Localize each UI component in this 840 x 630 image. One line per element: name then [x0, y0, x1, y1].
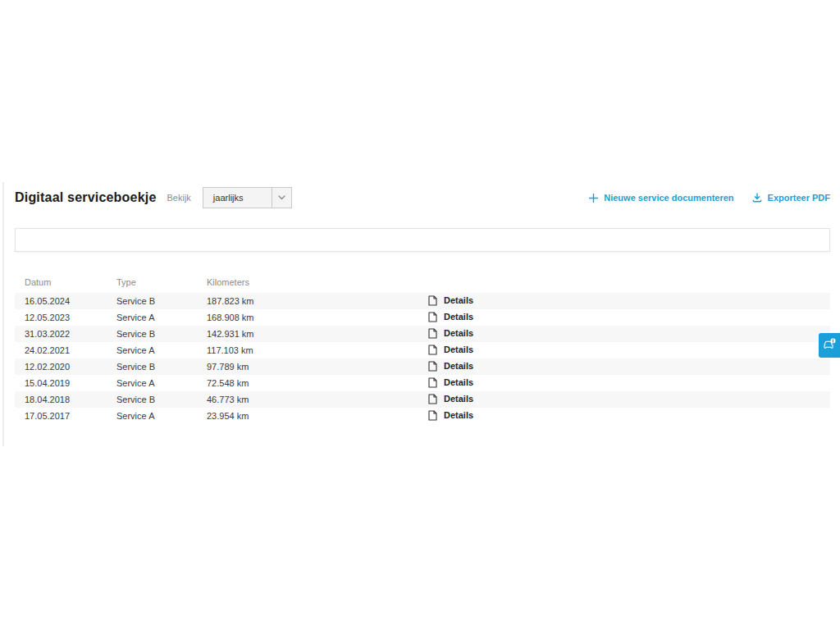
cell-details: Details [428, 377, 830, 390]
column-header-datum: Datum [25, 277, 116, 287]
table-row: 31.03.2022Service B142.931 kmDetails [15, 326, 830, 342]
cell-details: Details [428, 394, 830, 406]
table-row: 15.04.2019Service A72.548 kmDetails [15, 375, 830, 391]
cell-details: Details [428, 345, 830, 357]
cell-kilometers: 142.931 km [207, 329, 428, 339]
details-label: Details [444, 345, 473, 354]
details-label: Details [444, 377, 473, 387]
details-label: Details [444, 394, 473, 404]
plus-icon [589, 194, 598, 203]
timeline-strip [15, 228, 830, 252]
view-select-value: jaarlijks [203, 188, 272, 208]
details-label: Details [444, 361, 473, 371]
cell-kilometers: 97.789 km [207, 362, 428, 372]
export-pdf-button[interactable]: Exporteer PDF [752, 193, 830, 203]
panel-header: Digitaal serviceboekje Bekijk jaarlijks … [15, 182, 830, 213]
document-icon [428, 295, 437, 306]
new-service-label: Nieuwe service documenteren [604, 193, 733, 203]
cell-type: Service A [116, 378, 207, 388]
cell-details: Details [428, 295, 830, 308]
table-body: 16.05.2024Service B187.823 kmDetails12.0… [15, 293, 830, 424]
feedback-car-button[interactable] [819, 333, 840, 358]
cell-kilometers: 46.773 km [207, 395, 428, 404]
cell-type: Service B [116, 329, 207, 339]
details-label: Details [444, 295, 473, 305]
page-title: Digitaal serviceboekje [15, 190, 157, 205]
view-select[interactable]: jaarlijks [203, 187, 292, 208]
new-service-button[interactable]: Nieuwe service documenteren [589, 193, 733, 203]
cell-datum: 12.02.2020 [25, 362, 116, 372]
cell-details: Details [428, 361, 830, 373]
cell-datum: 17.05.2017 [25, 411, 116, 421]
document-icon [428, 312, 437, 322]
car-feedback-icon [823, 338, 836, 353]
cell-type: Service B [116, 395, 207, 404]
details-label: Details [444, 328, 473, 338]
cell-datum: 31.03.2022 [25, 329, 116, 339]
details-link[interactable]: Details [428, 377, 473, 388]
cell-details: Details [428, 328, 830, 340]
table-row: 24.02.2021Service A117.103 kmDetails [15, 342, 830, 358]
details-link[interactable]: Details [428, 328, 473, 339]
details-link[interactable]: Details [428, 312, 473, 322]
details-link[interactable]: Details [428, 295, 473, 306]
document-icon [428, 377, 437, 388]
cell-type: Service B [116, 362, 207, 372]
cell-datum: 12.05.2023 [25, 313, 116, 322]
cell-kilometers: 23.954 km [207, 411, 428, 421]
cell-details: Details [428, 410, 830, 422]
cell-datum: 16.05.2024 [25, 296, 116, 306]
table-header-row: Datum Type Kilometers [15, 272, 830, 293]
table-row: 12.02.2020Service B97.789 kmDetails [15, 358, 830, 375]
cell-type: Service A [116, 345, 207, 355]
cell-type: Service A [116, 313, 207, 322]
page: Digitaal serviceboekje Bekijk jaarlijks … [0, 0, 840, 630]
table-row: 16.05.2024Service B187.823 kmDetails [15, 293, 830, 309]
column-header-type: Type [116, 277, 207, 287]
document-icon [428, 328, 437, 339]
table-row: 12.05.2023Service A168.908 kmDetails [15, 309, 830, 326]
table-row: 18.04.2018Service B46.773 kmDetails [15, 391, 830, 408]
document-icon [428, 345, 437, 355]
header-actions: Nieuwe service documenteren Exporteer PD… [589, 193, 830, 203]
download-icon [752, 193, 762, 203]
cell-details: Details [428, 312, 830, 324]
details-label: Details [444, 312, 473, 322]
cell-type: Service B [116, 296, 207, 306]
details-link[interactable]: Details [428, 361, 473, 372]
details-label: Details [444, 410, 473, 420]
document-icon [428, 394, 437, 404]
cell-datum: 24.02.2021 [25, 345, 116, 355]
service-book-panel: Digitaal serviceboekje Bekijk jaarlijks … [2, 182, 840, 446]
details-link[interactable]: Details [428, 345, 473, 355]
export-pdf-label: Exporteer PDF [768, 193, 830, 203]
details-link[interactable]: Details [428, 410, 473, 421]
view-label: Bekijk [167, 193, 191, 203]
cell-datum: 18.04.2018 [25, 395, 116, 404]
document-icon [428, 410, 437, 421]
table-row: 17.05.2017Service A23.954 kmDetails [15, 408, 830, 424]
column-header-kilometers: Kilometers [207, 277, 428, 287]
cell-kilometers: 117.103 km [207, 345, 428, 355]
cell-datum: 15.04.2019 [25, 378, 116, 388]
cell-type: Service A [116, 411, 207, 421]
document-icon [428, 361, 437, 372]
details-link[interactable]: Details [428, 394, 473, 404]
chevron-down-icon [272, 188, 291, 208]
cell-kilometers: 168.908 km [207, 313, 428, 322]
cell-kilometers: 187.823 km [207, 296, 428, 306]
service-table: Datum Type Kilometers 16.05.2024Service … [15, 272, 830, 424]
cell-kilometers: 72.548 km [207, 378, 428, 388]
